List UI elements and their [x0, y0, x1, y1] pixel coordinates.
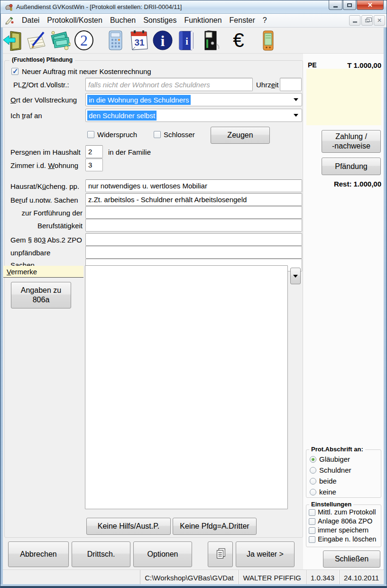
toolbar: 2 31 — [1, 28, 387, 54]
mdi-restore-button[interactable] — [361, 15, 373, 26]
notepad-pen-icon — [26, 30, 47, 51]
calculator-icon — [105, 30, 126, 51]
binder-icon — [200, 30, 221, 51]
menu-bar: Datei Protokoll/Kosten Buchen Sonstiges … — [1, 14, 387, 28]
close-icon: ✕ — [368, 1, 373, 9]
svg-text:i: i — [185, 36, 188, 47]
drittsch-button[interactable]: Drittsch. — [72, 541, 130, 567]
personen-label: Personen im Haushalt — [10, 148, 81, 156]
plz-label: PLZ/Ort d.Vollstr.: — [13, 81, 69, 89]
menu-item-sonstiges[interactable]: Sonstiges — [139, 15, 180, 26]
zahlung-nachweise-button[interactable]: Zahlung / -nachweise — [322, 130, 381, 153]
zimmer-input[interactable] — [85, 159, 103, 171]
neuer-auftrag-checkbox[interactable] — [11, 68, 18, 75]
window-maximize-button[interactable] — [343, 0, 356, 10]
keine-hilfs-button[interactable]: Keine Hilfs/Aust.P. — [86, 518, 171, 535]
pfaendung-button[interactable]: Pfändung — [322, 158, 381, 175]
window-close-button[interactable]: ✕ — [357, 0, 384, 10]
radio-schuldner[interactable] — [310, 467, 316, 474]
copy-pages-icon — [215, 548, 226, 561]
plz-input[interactable] — [85, 78, 253, 91]
widerspruch-checkbox[interactable] — [87, 131, 94, 138]
number-2-button[interactable]: 2 — [72, 29, 96, 52]
chevron-down-icon — [293, 275, 298, 278]
status-version: 1.0.343 — [306, 570, 339, 585]
info-icon: i — [152, 30, 173, 51]
ja-weiter-button[interactable]: Ja weiter > — [236, 541, 295, 567]
radio-keine[interactable] — [310, 489, 316, 495]
archive-button[interactable] — [198, 29, 222, 52]
protocol-button[interactable] — [25, 29, 48, 52]
calendar-icon: 31 — [129, 30, 149, 51]
prot-abschrift-title: Prot.Abschrift an: — [309, 446, 365, 453]
optionen-button[interactable]: Optionen — [133, 541, 192, 567]
schlosser-label: Schlosser — [164, 131, 195, 139]
main-content: (Fruchtlose) Pfändung Neuer Auftrag mit … — [3, 54, 385, 569]
calculator-button[interactable] — [103, 29, 127, 52]
pda-button[interactable] — [256, 29, 280, 52]
window-border-left — [0, 14, 3, 588]
ich-traf-an-combobox[interactable]: den Schuldner selbst — [85, 109, 302, 122]
info-button[interactable]: i — [151, 29, 175, 52]
menu-item-funktionen[interactable]: Funktionen — [180, 15, 225, 26]
beruf-input-2[interactable] — [85, 206, 302, 219]
vermerke-dropdown-button[interactable] — [290, 268, 301, 284]
angaben-806a-button[interactable]: Angaben zu 806a — [11, 282, 71, 308]
vermerke-textarea[interactable] — [85, 265, 288, 509]
exit-button[interactable] — [1, 29, 25, 52]
keine-pfdg-button[interactable]: Keine Pfdg=A.Dritter — [173, 518, 257, 535]
schlosser-checkbox[interactable] — [154, 131, 161, 138]
fortfuehrung-label: zur Fortführung der — [10, 209, 83, 217]
window-title: Außendienst GVKostWin - [Protokoll erste… — [16, 3, 182, 10]
hausrat-input[interactable] — [85, 179, 302, 192]
zahlung-line1: Zahlung / — [335, 132, 367, 141]
svg-text:2: 2 — [80, 32, 88, 49]
schliessen-button[interactable]: Schließen — [323, 551, 380, 568]
widerspruch-label: Widerspruch — [97, 131, 137, 139]
einstellungen-title: Einstellungen — [309, 501, 353, 508]
mdi-minimize-button[interactable] — [349, 15, 360, 26]
svg-text:i: i — [161, 32, 165, 49]
menu-item-buchen[interactable]: Buchen — [106, 15, 139, 26]
status-date: 24.10.2011 — [339, 570, 384, 585]
mdi-close-button[interactable]: ✕ — [374, 15, 385, 26]
radio-schuldner-label: Schuldner — [319, 466, 351, 474]
rest-amount: Rest: 1.000,00 — [315, 180, 381, 188]
radio-glaeubiger[interactable] — [310, 456, 316, 463]
copy-button[interactable] — [208, 541, 233, 567]
beruf-input-3[interactable] — [85, 219, 302, 232]
window-minimize-button[interactable] — [329, 0, 342, 10]
uhrzeit-input[interactable] — [280, 78, 302, 91]
gem803-input-2[interactable] — [85, 246, 302, 259]
menu-item-datei[interactable]: Datei — [18, 15, 43, 26]
zeugen-button[interactable]: Zeugen — [211, 127, 270, 144]
neuer-auftrag-label: Neuer Auftrag mit neuer Kostenrechnung — [22, 67, 151, 75]
mittl-protokoll-checkbox[interactable] — [309, 509, 315, 516]
pe-label: PE — [308, 61, 317, 69]
cash-button[interactable] — [48, 29, 72, 52]
anlage-806a-checkbox[interactable] — [309, 518, 315, 525]
handbook-button[interactable]: i — [175, 29, 198, 52]
ort-vollstreckung-combobox[interactable]: in die Wohnung des Schuldners — [85, 93, 302, 106]
abbrechen-button[interactable]: Abbrechen — [8, 541, 69, 567]
radio-keine-label: keine — [319, 488, 336, 496]
menu-item-protokoll-kosten[interactable]: Protokoll/Kosten — [43, 15, 106, 26]
calendar-button[interactable]: 31 — [127, 29, 151, 52]
immer-speichern-checkbox[interactable] — [309, 527, 315, 534]
menu-item-fenster[interactable]: Fenster — [226, 15, 259, 26]
eingabe-loeschen-label: Eingabe n. löschen — [318, 535, 376, 543]
angaben-line2: 806a — [33, 295, 50, 305]
beruf-label: Beruf u.notw. Sachen — [10, 196, 78, 204]
personen-input[interactable] — [85, 145, 103, 158]
ich-traf-an-label: Ich traf an — [10, 112, 42, 120]
euro-button[interactable]: € — [227, 29, 250, 52]
menu-item-hilfe[interactable]: ? — [259, 15, 271, 26]
eingabe-loeschen-checkbox[interactable] — [309, 536, 315, 543]
money-icon — [50, 30, 71, 51]
radio-beide[interactable] — [310, 478, 316, 485]
title-bar: Außendienst GVKostWin - [Protokoll erste… — [0, 0, 387, 14]
beruf-input-1[interactable] — [85, 193, 302, 206]
mittl-protokoll-label: Mittl. zum Protokoll — [318, 508, 376, 516]
gem803-input-1[interactable] — [85, 233, 302, 246]
maximize-icon — [347, 3, 352, 7]
